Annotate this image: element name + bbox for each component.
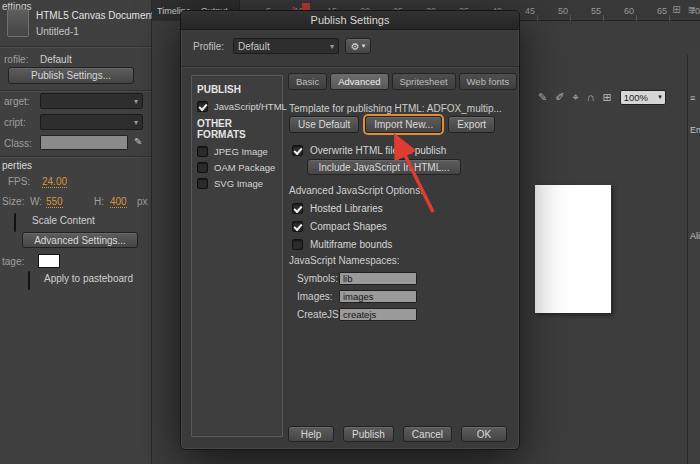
namespace-label: CreateJS: bbox=[297, 309, 339, 320]
format-item[interactable]: JavaScript/HTML bbox=[192, 98, 282, 114]
stage-label: tage: bbox=[2, 256, 24, 267]
publish-settings-dialog: Publish Settings Profile: Default ▾ ⚙ ▾ … bbox=[180, 10, 520, 450]
dialog-footer-button[interactable]: Cancel bbox=[403, 426, 452, 442]
profile-value[interactable]: Default bbox=[40, 54, 72, 65]
format-checkbox[interactable] bbox=[197, 178, 208, 189]
apply-pasteboard-label: Apply to pasteboard bbox=[44, 273, 133, 284]
document-icon bbox=[7, 9, 29, 37]
advanced-settings-button[interactable]: Advanced Settings... bbox=[22, 232, 138, 248]
ruler-frame-number: 60 bbox=[603, 6, 636, 16]
publish-format-items: JavaScript/HTML bbox=[192, 98, 282, 114]
snap-icon[interactable]: ⌖ bbox=[572, 91, 578, 104]
include-javascript-button[interactable]: Include JavaScript In HTML... bbox=[307, 159, 461, 175]
pencil-icon[interactable]: ✎ bbox=[134, 136, 142, 147]
animate-app-window: ettings HTML5 Canvas Document Untitled-1… bbox=[0, 0, 700, 464]
dialog-tab[interactable]: Advanced bbox=[330, 73, 388, 90]
script-dropdown[interactable]: ▾ bbox=[40, 114, 143, 130]
option-checkbox[interactable] bbox=[292, 203, 303, 214]
dialog-footer-button[interactable]: Publish bbox=[343, 426, 394, 442]
overwrite-row: Overwrite HTML file on publish bbox=[292, 141, 446, 159]
size-label: Size: bbox=[2, 196, 24, 207]
option-checkbox[interactable] bbox=[292, 221, 303, 232]
namespace-input[interactable] bbox=[339, 290, 417, 303]
format-item[interactable]: SVG Image bbox=[192, 175, 282, 191]
chevron-down-icon: ▾ bbox=[134, 118, 138, 127]
dialog-tab[interactable]: Basic bbox=[288, 73, 327, 90]
divider bbox=[0, 90, 151, 91]
namespace-input[interactable] bbox=[339, 272, 417, 285]
stage-toolbar: ✎ ✐ ⌖ ∩ ⊞ 100% ▾ bbox=[538, 88, 666, 106]
width-label: W: bbox=[30, 196, 42, 207]
apply-pasteboard-checkbox[interactable] bbox=[28, 271, 30, 290]
ruler-frame-number: 65 bbox=[636, 6, 669, 16]
width-value[interactable]: 550 bbox=[46, 196, 63, 208]
option-label: Compact Shapes bbox=[310, 221, 387, 232]
scale-content-checkbox[interactable] bbox=[14, 213, 16, 232]
properties-section-header: perties bbox=[2, 160, 32, 171]
pen-icon[interactable]: ✐ bbox=[555, 91, 564, 104]
overwrite-label: Overwrite HTML file on publish bbox=[310, 145, 446, 156]
format-item[interactable]: JPEG Image bbox=[192, 143, 282, 159]
height-label: H: bbox=[94, 196, 104, 207]
namespaces-label: JavaScript Namespaces: bbox=[289, 255, 400, 266]
stage-color-swatch[interactable] bbox=[38, 254, 60, 268]
right-panel-strip: ≡ Em Ali bbox=[687, 55, 700, 464]
class-input[interactable] bbox=[40, 135, 128, 150]
stage-canvas[interactable] bbox=[535, 185, 611, 313]
chevron-down-icon: ▾ bbox=[330, 42, 334, 51]
profile-options-button[interactable]: ⚙ ▾ bbox=[345, 38, 371, 54]
option-row: Hosted Libraries bbox=[292, 199, 392, 217]
dialog-tab[interactable]: Spritesheet bbox=[392, 73, 456, 90]
properties-panel: ettings HTML5 Canvas Document Untitled-1… bbox=[0, 0, 152, 464]
chevron-down-icon: ▾ bbox=[658, 93, 662, 101]
dialog-title: Publish Settings bbox=[181, 11, 519, 30]
fps-value[interactable]: 24.00 bbox=[42, 176, 67, 188]
magnet-icon[interactable]: ∩ bbox=[587, 91, 595, 103]
height-value[interactable]: 400 bbox=[110, 196, 127, 208]
panel-menu-icon[interactable]: ≡ bbox=[690, 93, 695, 103]
panel-tab-fragment-align[interactable]: Ali bbox=[690, 231, 700, 241]
zoom-value: 100% bbox=[624, 92, 648, 103]
format-checkbox[interactable] bbox=[197, 146, 208, 157]
format-item[interactable]: OAM Package bbox=[192, 159, 282, 175]
format-label: SVG Image bbox=[214, 178, 263, 189]
dialog-profile-dropdown[interactable]: Default ▾ bbox=[233, 38, 339, 54]
namespace-row: Symbols: bbox=[297, 269, 417, 287]
divider bbox=[0, 156, 151, 157]
zoom-dropdown[interactable]: 100% ▾ bbox=[620, 90, 666, 105]
class-label: Class: bbox=[4, 138, 32, 149]
dialog-footer-button[interactable]: Help bbox=[288, 426, 334, 442]
document-name[interactable]: Untitled-1 bbox=[36, 26, 79, 37]
export-button[interactable]: Export bbox=[448, 116, 495, 133]
format-checkbox[interactable] bbox=[197, 101, 208, 112]
namespace-input[interactable] bbox=[339, 308, 417, 321]
publish-settings-button[interactable]: Publish Settings... bbox=[8, 67, 134, 84]
ruler-frame-number: 55 bbox=[570, 6, 603, 16]
use-default-button[interactable]: Use Default bbox=[289, 116, 359, 133]
document-type-label: HTML5 Canvas Document bbox=[36, 10, 154, 21]
dialog-footer: Help Publish Cancel OK bbox=[181, 426, 507, 442]
timeline-grid-icon[interactable]: ⊞ bbox=[672, 4, 680, 15]
option-checkbox[interactable] bbox=[292, 239, 303, 250]
namespace-row: Images: bbox=[297, 287, 417, 305]
advanced-options-label: Advanced JavaScript Options: bbox=[289, 185, 423, 196]
other-formats-header: OTHER FORMATS bbox=[197, 118, 277, 140]
overwrite-checkbox[interactable] bbox=[292, 145, 303, 156]
pencil-icon[interactable]: ✎ bbox=[538, 91, 547, 104]
import-new-button[interactable]: Import New... bbox=[365, 116, 442, 133]
option-label: Multiframe bounds bbox=[310, 239, 392, 250]
divider bbox=[0, 46, 151, 47]
panel-tab-fragment-empty[interactable]: Em bbox=[690, 125, 700, 135]
timeline-menu-icon[interactable]: ≣ bbox=[688, 4, 696, 15]
target-dropdown[interactable]: ▾ bbox=[40, 93, 143, 109]
option-label: Hosted Libraries bbox=[310, 203, 383, 214]
grid-icon[interactable]: ⊞ bbox=[603, 91, 612, 104]
dialog-tab[interactable]: Web fonts bbox=[459, 73, 518, 90]
format-label: OAM Package bbox=[214, 162, 275, 173]
dialog-footer-button[interactable]: OK bbox=[461, 426, 507, 442]
format-label: JavaScript/HTML bbox=[214, 101, 287, 112]
ruler-frame-number: 50 bbox=[537, 6, 570, 16]
format-checkbox[interactable] bbox=[197, 162, 208, 173]
option-row: Multiframe bounds bbox=[292, 235, 392, 253]
namespace-row: CreateJS: bbox=[297, 305, 417, 323]
